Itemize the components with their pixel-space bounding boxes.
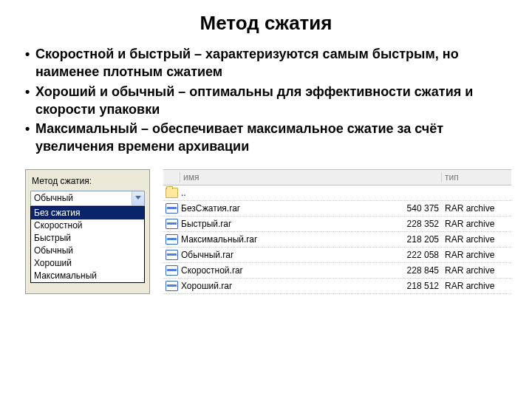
file-name: Хороший.rar xyxy=(180,281,381,291)
rar-icon xyxy=(166,265,178,276)
combobox-value: Обычный xyxy=(31,191,132,205)
rar-icon xyxy=(166,203,178,214)
compression-method-combobox[interactable]: Обычный xyxy=(30,191,145,206)
bullet-list: Скоростной и быстрый – характеризуются с… xyxy=(21,45,511,156)
file-name: БезСжатия.rar xyxy=(180,203,381,214)
compression-method-options[interactable]: Без сжатия Скоростной Быстрый Обычный Хо… xyxy=(30,206,145,283)
file-type: RAR archive xyxy=(445,265,511,276)
file-size: 228 845 xyxy=(381,265,445,276)
file-list-header: имя тип xyxy=(163,170,511,185)
compression-method-panel: Метод сжатия: Обычный Без сжатия Скорост… xyxy=(25,169,150,294)
file-row[interactable]: Максимальный.rar 218 205 RAR archive xyxy=(163,232,511,248)
folder-up-icon xyxy=(166,188,178,198)
option-item[interactable]: Без сжатия xyxy=(31,207,144,219)
file-size: 222 058 xyxy=(381,250,445,260)
archive-file-list: имя тип .. БезСжатия.rar 540 375 RAR arc… xyxy=(163,169,511,294)
option-item[interactable]: Хороший xyxy=(31,257,144,270)
rar-icon xyxy=(166,281,178,291)
file-row[interactable]: Хороший.rar 218 512 RAR archive xyxy=(163,279,511,294)
file-name: Максимальный.rar xyxy=(180,234,381,245)
compression-method-label: Метод сжатия: xyxy=(32,176,145,186)
option-item[interactable]: Максимальный xyxy=(31,270,144,282)
file-row-parent[interactable]: .. xyxy=(163,185,511,201)
file-size: 228 352 xyxy=(381,219,445,229)
file-type: RAR archive xyxy=(445,203,511,214)
bullet-item: Хороший и обычный – оптимальны для эффек… xyxy=(25,83,507,119)
file-name: Быстрый.rar xyxy=(180,219,381,229)
option-item[interactable]: Скоростной xyxy=(31,219,144,232)
rar-icon xyxy=(166,219,178,229)
file-size: 218 205 xyxy=(381,234,445,245)
rar-icon xyxy=(166,234,178,245)
column-header-type[interactable]: тип xyxy=(441,172,511,183)
file-name: Скоростной.rar xyxy=(180,265,381,276)
file-type: RAR archive xyxy=(445,281,511,291)
file-name: Обычный.rar xyxy=(180,250,381,260)
file-row[interactable]: БезСжатия.rar 540 375 RAR archive xyxy=(163,201,511,216)
column-header-name[interactable]: имя xyxy=(180,172,377,183)
file-size: 540 375 xyxy=(381,203,445,214)
bullet-item: Скоростной и быстрый – характеризуются с… xyxy=(25,45,507,81)
file-type: RAR archive xyxy=(445,219,511,229)
bullet-item: Максимальный – обеспечивает максимальное… xyxy=(25,120,507,156)
file-row[interactable]: Обычный.rar 222 058 RAR archive xyxy=(163,248,511,263)
slide-title: Метод сжатия xyxy=(21,12,511,35)
file-row[interactable]: Скоростной.rar 228 845 RAR archive xyxy=(163,263,511,279)
option-item[interactable]: Быстрый xyxy=(31,232,144,245)
rar-icon xyxy=(166,250,178,260)
file-size: 218 512 xyxy=(381,281,445,291)
svg-marker-0 xyxy=(135,196,141,200)
file-type: RAR archive xyxy=(445,250,511,260)
file-row[interactable]: Быстрый.rar 228 352 RAR archive xyxy=(163,216,511,232)
file-type: RAR archive xyxy=(445,234,511,245)
chevron-down-icon[interactable] xyxy=(132,191,144,205)
option-item[interactable]: Обычный xyxy=(31,245,144,257)
file-name: .. xyxy=(180,188,381,198)
